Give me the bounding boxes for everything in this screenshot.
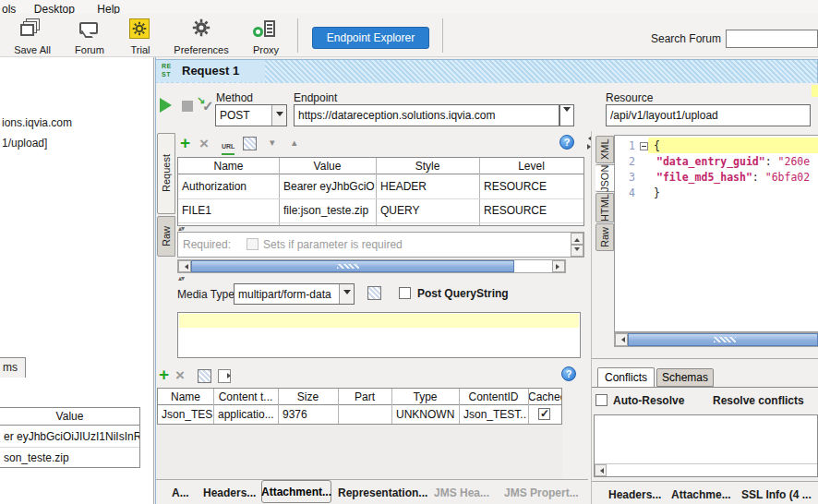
- preferences-button[interactable]: Preferences: [172, 17, 231, 55]
- param-row-cell[interactable]: Authorization: [178, 174, 278, 198]
- param-row-cell[interactable]: HEADER: [377, 174, 478, 198]
- attach-col-size[interactable]: Size: [278, 389, 338, 405]
- resource-input[interactable]: /api/v1/layout1/upload: [606, 104, 811, 126]
- revert-params-icon[interactable]: [243, 137, 257, 150]
- tab-jms-properties[interactable]: JMS Propert...: [504, 486, 579, 499]
- attachment-row-name[interactable]: Json_TEST...: [158, 405, 212, 424]
- media-type-chevron-down-icon[interactable]: [339, 284, 354, 304]
- tab-json-response[interactable]: JSON: [595, 164, 615, 192]
- splitter-handle-2[interactable]: ▴▾: [178, 274, 184, 282]
- attach-col-name[interactable]: Name: [158, 389, 213, 405]
- conflicts-h-scrollbar[interactable]: [595, 463, 817, 476]
- add-param-button[interactable]: +: [180, 136, 190, 150]
- cancel-request-button[interactable]: [182, 101, 193, 112]
- forum-button[interactable]: Forum: [65, 17, 114, 55]
- params-col-value[interactable]: Value: [279, 158, 376, 174]
- scroll-up-button[interactable]: [571, 233, 583, 245]
- method-chevron-down-icon[interactable]: [271, 105, 286, 126]
- attach-col-contentid[interactable]: ContentID: [459, 389, 528, 405]
- attachment-row-size[interactable]: 9376: [279, 405, 337, 424]
- request-title-bar[interactable]: RE ST Request 1: [155, 59, 818, 83]
- attach-col-cached[interactable]: Cached: [528, 389, 561, 405]
- endpoint-dropdown-button[interactable]: [559, 104, 574, 126]
- attachment-row-contentid[interactable]: Json_TEST...: [460, 405, 527, 424]
- params-col-style[interactable]: Style: [376, 158, 479, 174]
- delete-param-button[interactable]: ×: [199, 137, 209, 151]
- move-up-icon[interactable]: ▴: [292, 137, 297, 149]
- tab-headers-request[interactable]: Headers...: [203, 486, 256, 499]
- help-icon-params[interactable]: ?: [559, 135, 574, 150]
- param-row-cell[interactable]: RESOURCE: [480, 198, 583, 222]
- submit-request-button[interactable]: [160, 98, 172, 113]
- property-row-file[interactable]: son_teste.zip: [0, 447, 139, 468]
- tab-raw-response[interactable]: Raw: [595, 223, 614, 251]
- tab-conflicts[interactable]: Conflicts: [597, 367, 655, 387]
- tab-raw-request[interactable]: Raw: [157, 216, 175, 257]
- help-icon-attachments[interactable]: ?: [561, 366, 576, 381]
- tab-schemas[interactable]: Schemas: [656, 368, 714, 387]
- export-attachment-icon[interactable]: [218, 369, 231, 383]
- param-row-cell[interactable]: file:json_teste.zip: [280, 198, 375, 222]
- tree-node-endpoint-partial[interactable]: ions.iqvia.com: [2, 116, 72, 129]
- tab-ssl-info[interactable]: SSL Info (4 ...: [741, 488, 812, 501]
- request-body-editor[interactable]: [177, 312, 581, 358]
- reload-attachment-icon[interactable]: [198, 369, 211, 383]
- conflicts-list[interactable]: [594, 414, 818, 477]
- sidebar-bottom-tab-partial[interactable]: ms: [0, 357, 26, 378]
- tab-headers-response[interactable]: Headers...: [608, 488, 661, 501]
- tab-attachments[interactable]: Attachment...: [261, 480, 331, 503]
- params-col-name[interactable]: Name: [178, 158, 279, 174]
- required-checkbox[interactable]: [247, 238, 259, 250]
- tree-node-resource-partial[interactable]: 1/upload]: [2, 137, 47, 150]
- method-select[interactable]: POST: [215, 104, 287, 126]
- url-encode-icon[interactable]: URL: [222, 136, 239, 151]
- tab-jms-headers[interactable]: JMS Hea...: [434, 486, 489, 499]
- tab-attachments-response[interactable]: Attachme...: [671, 488, 731, 501]
- post-querystring-checkbox[interactable]: [399, 287, 411, 299]
- params-h-scrollbar[interactable]: [177, 259, 566, 273]
- param-row-cell[interactable]: Bearer eyJhbGciOi...: [280, 174, 375, 198]
- scroll-right-button[interactable]: [552, 260, 565, 272]
- endpoint-combo[interactable]: https://datareception.solutions.iqvia.co…: [294, 104, 559, 126]
- fold-collapse-icon[interactable]: [640, 142, 648, 150]
- scroll-down-button[interactable]: [571, 245, 583, 257]
- scroll-left-button-response[interactable]: [615, 333, 628, 346]
- attachment-row-type[interactable]: UNKNOWN: [392, 405, 458, 424]
- tab-request[interactable]: Request: [157, 133, 175, 214]
- resubmit-request-button[interactable]: ↘ ✓: [197, 94, 217, 114]
- scroll-left-button[interactable]: [178, 260, 191, 272]
- param-row-cell[interactable]: FILE1: [178, 198, 278, 222]
- tab-auth[interactable]: A...: [172, 486, 189, 499]
- attach-col-content-type[interactable]: Content t...: [213, 389, 278, 405]
- add-attachment-button[interactable]: +: [159, 367, 169, 382]
- scrollbar-thumb[interactable]: [191, 260, 514, 272]
- tab-representations[interactable]: Representation...: [338, 486, 427, 499]
- search-forum-input[interactable]: [726, 30, 818, 48]
- resolve-conflicts-button[interactable]: Resolve conflicts: [713, 394, 804, 407]
- proxy-button[interactable]: Proxy: [240, 17, 292, 55]
- save-all-button[interactable]: Save All: [7, 17, 57, 55]
- properties-value-header[interactable]: Value: [0, 408, 139, 426]
- scroll-left-button-conflicts[interactable]: [595, 464, 607, 476]
- pane-divider[interactable]: [591, 131, 592, 504]
- trial-button[interactable]: Trial: [118, 17, 162, 55]
- attach-col-part[interactable]: Part: [338, 389, 391, 405]
- media-type-select[interactable]: multipart/form-data: [234, 283, 355, 305]
- move-down-icon[interactable]: ▾: [270, 137, 275, 149]
- response-scrollbar-thumb[interactable]: [628, 333, 818, 346]
- params-col-level[interactable]: Level: [479, 158, 583, 174]
- media-refresh-icon[interactable]: [367, 286, 381, 300]
- attachment-row-content-type[interactable]: applicatio...: [214, 405, 277, 424]
- param-row-cell[interactable]: RESOURCE: [480, 174, 583, 198]
- param-row-cell[interactable]: QUERY: [377, 198, 478, 222]
- attach-col-type[interactable]: Type: [391, 389, 459, 405]
- json-response-editor[interactable]: 1 2 3 4 { "data_entry_guid": "260e "file…: [614, 135, 818, 332]
- auto-resolve-checkbox[interactable]: [595, 394, 607, 406]
- response-h-scrollbar[interactable]: [614, 332, 818, 347]
- tab-xml-response[interactable]: XML: [595, 136, 614, 163]
- delete-attachment-button[interactable]: ×: [175, 368, 185, 383]
- property-row-authorization[interactable]: er eyJhbGciOiJIUzI1NiIsInR...: [0, 426, 139, 447]
- endpoint-explorer-button[interactable]: Endpoint Explorer: [312, 27, 429, 49]
- tab-html-response[interactable]: HTML: [595, 193, 614, 222]
- attachment-row-part[interactable]: [339, 405, 391, 424]
